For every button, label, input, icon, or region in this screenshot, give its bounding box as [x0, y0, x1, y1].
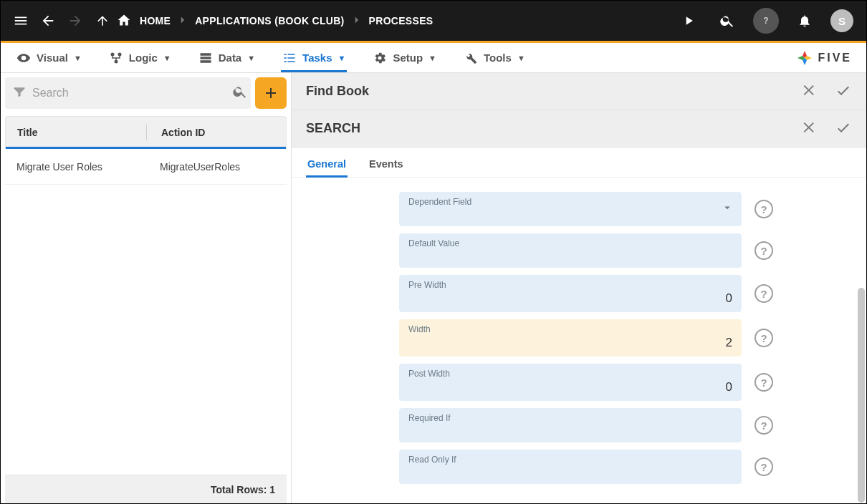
tab-visual[interactable]: Visual▼ — [15, 44, 83, 72]
forward-icon — [62, 8, 88, 34]
svg-point-3 — [114, 59, 118, 63]
field-post-width[interactable]: Post Width 0 — [399, 364, 742, 401]
field-label: Required If — [408, 413, 732, 423]
add-button[interactable] — [255, 77, 287, 109]
help-icon[interactable]: ? — [755, 416, 773, 435]
chevron-right-icon — [176, 14, 189, 29]
home-icon[interactable] — [117, 13, 131, 29]
tab-logic[interactable]: Logic▼ — [107, 44, 173, 72]
help-icon[interactable]: ? — [755, 284, 773, 303]
tab-label: Logic — [129, 52, 158, 64]
close-icon[interactable] — [802, 120, 818, 138]
scrollbar[interactable] — [858, 288, 865, 503]
form-area: Dependent Field ? Default Value ? Pre Wi… — [292, 178, 866, 503]
field-required-if[interactable]: Required If — [399, 408, 742, 442]
crumb-home[interactable]: HOME — [140, 15, 171, 26]
tab-setup[interactable]: Setup▼ — [371, 44, 438, 72]
table-footer: Total Rows: 1 — [5, 475, 287, 503]
field-value: 0 — [408, 380, 732, 394]
filter-icon[interactable] — [12, 84, 27, 102]
field-default-value[interactable]: Default Value — [399, 233, 742, 268]
tab-label: Setup — [393, 52, 423, 64]
panel-title-2: SEARCH — [306, 121, 802, 136]
panel-header-2: SEARCH — [292, 110, 866, 147]
help-icon[interactable]: ? — [755, 200, 773, 218]
main-area: Title Action ID Migrate User Roles Migra… — [1, 73, 866, 503]
panel-title-1: Find Book — [306, 84, 802, 99]
total-rows: Total Rows: 1 — [211, 484, 275, 495]
field-label: Read Only If — [408, 455, 732, 465]
field-value: 0 — [408, 291, 732, 306]
search-input[interactable] — [31, 86, 228, 100]
field-label: Default Value — [408, 238, 732, 248]
list-panel: Title Action ID Migrate User Roles Migra… — [1, 73, 292, 503]
check-icon[interactable] — [835, 82, 852, 102]
col-action[interactable]: Action ID — [147, 127, 205, 138]
cell-title: Migrate User Roles — [5, 161, 145, 173]
field-value: 2 — [408, 336, 732, 350]
avatar[interactable]: S — [830, 9, 853, 32]
tab-tasks[interactable]: Tasks▼ — [281, 44, 347, 72]
up-icon[interactable] — [90, 8, 115, 34]
tab-label: Tasks — [302, 52, 332, 64]
back-icon[interactable] — [35, 8, 61, 34]
cell-action: MigrateUserRoles — [145, 161, 240, 173]
tab-tools[interactable]: Tools▼ — [462, 44, 527, 72]
crumb-app[interactable]: APPLICATIONS (BOOK CLUB) — [195, 15, 344, 26]
field-label: Width — [408, 324, 732, 334]
play-icon[interactable] — [676, 8, 701, 34]
field-label: Dependent Field — [408, 197, 732, 207]
svg-point-2 — [118, 52, 121, 56]
help-icon[interactable]: ? — [753, 8, 779, 34]
tab-label: Data — [219, 52, 242, 64]
chevron-right-icon — [350, 14, 363, 29]
field-read-only-if[interactable]: Read Only If — [399, 450, 742, 484]
bell-icon[interactable] — [792, 8, 818, 34]
field-dependent[interactable]: Dependent Field — [399, 192, 742, 226]
svg-text:?: ? — [763, 16, 768, 26]
field-label: Pre Width — [408, 280, 732, 290]
table-header: Title Action ID — [5, 116, 287, 149]
field-width[interactable]: Width 2 — [399, 319, 742, 357]
help-icon[interactable]: ? — [755, 373, 773, 392]
nav-tabs: Visual▼ Logic▼ Data▼ Tasks▼ Setup▼ Tools… — [1, 43, 866, 73]
top-bar: HOME APPLICATIONS (BOOK CLUB) PROCESSES … — [1, 1, 866, 41]
detail-panel: Find Book SEARCH General Events Dependen… — [292, 73, 866, 503]
search-icon[interactable] — [714, 8, 740, 34]
table-row[interactable]: Migrate User Roles MigrateUserRoles — [5, 149, 287, 185]
help-icon[interactable]: ? — [755, 241, 773, 260]
brand-logo: FIVE — [796, 49, 852, 67]
tab-data[interactable]: Data▼ — [197, 44, 257, 72]
menu-icon[interactable] — [8, 8, 34, 34]
field-label: Post Width — [408, 369, 732, 379]
svg-point-1 — [110, 52, 114, 56]
close-icon[interactable] — [802, 82, 818, 101]
panel-header-1: Find Book — [292, 73, 866, 110]
search-icon[interactable] — [232, 84, 248, 102]
tab-label: Visual — [37, 52, 68, 64]
chevron-down-icon[interactable] — [721, 201, 734, 217]
subtab-general[interactable]: General — [306, 151, 348, 177]
help-icon[interactable]: ? — [755, 329, 773, 347]
crumb-page[interactable]: PROCESSES — [369, 15, 434, 26]
tab-label: Tools — [484, 52, 512, 64]
brand-text: FIVE — [818, 52, 852, 64]
field-pre-width[interactable]: Pre Width 0 — [399, 275, 742, 312]
col-title[interactable]: Title — [6, 127, 146, 138]
sub-tabs: General Events — [292, 147, 866, 178]
subtab-events[interactable]: Events — [368, 151, 405, 177]
help-icon[interactable]: ? — [755, 457, 773, 476]
breadcrumb: HOME APPLICATIONS (BOOK CLUB) PROCESSES — [117, 13, 433, 29]
check-icon[interactable] — [835, 119, 852, 139]
